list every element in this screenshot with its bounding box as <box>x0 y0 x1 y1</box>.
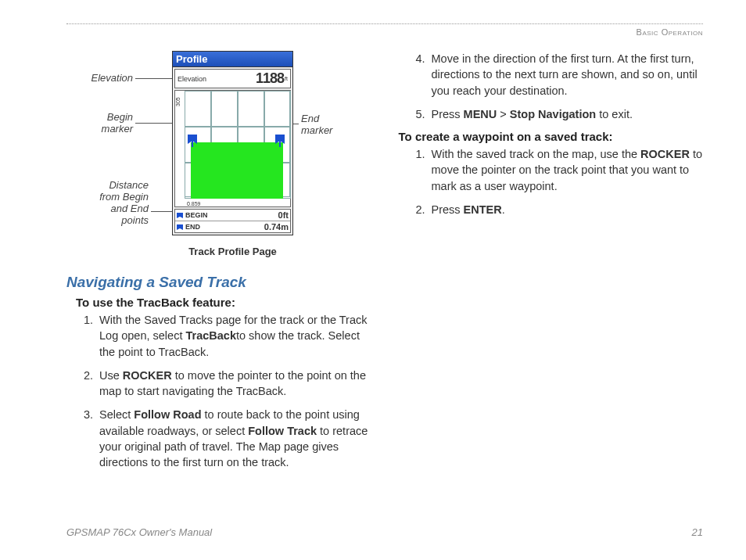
label-end-marker: End marker <box>301 113 356 137</box>
list-item: With the Saved Tracks page for the track… <box>96 312 371 360</box>
flag-icon <box>177 224 183 230</box>
subheading-waypoint: To create a waypoint on a saved track: <box>399 130 704 143</box>
list-item: Move in the direction of the first turn.… <box>429 51 704 99</box>
elev-field-label: Elevation <box>178 75 256 83</box>
section-header: Basic Operation <box>66 27 703 37</box>
label-begin-marker: Begin marker <box>66 112 133 135</box>
begin-row-label: BEGIN <box>185 211 278 219</box>
device-screen: Profile Elevation 1188 ft <box>172 51 293 235</box>
elev-value: 1188 <box>256 70 284 87</box>
subheading-tracback: To use the TracBack feature: <box>76 296 371 309</box>
list-item: Use ROCKER to move the pointer to the po… <box>96 368 371 400</box>
device-title: Profile <box>173 52 292 67</box>
list-item: Press ENTER. <box>429 202 704 217</box>
footer-manual-title: GPSMAP 76Cx Owner's Manual <box>66 526 212 538</box>
begin-row-value: 0ft <box>278 210 289 220</box>
label-distance: Distance from Begin and End points <box>66 180 149 227</box>
flag-icon <box>177 213 183 218</box>
figure-caption: Track Profile Page <box>172 246 293 257</box>
waypoint-steps: With the saved track on the map, use the… <box>429 146 704 217</box>
list-item: With the saved track on the map, use the… <box>429 146 704 194</box>
elev-unit: ft <box>285 76 288 81</box>
y-tick: 305 <box>175 97 181 106</box>
tracback-steps-cont: Move in the direction of the first turn.… <box>429 51 704 122</box>
end-flag-icon <box>275 135 285 144</box>
profile-plot: 305 0.859 <box>174 90 291 207</box>
list-item: Press MENU > Stop Navigation to exit. <box>429 106 704 122</box>
end-row-value: 0.74m <box>264 222 289 232</box>
track-profile-figure: Elevation Begin marker End marker Distan… <box>66 51 371 258</box>
heading-navigating: Navigating a Saved Track <box>66 274 371 291</box>
tracback-steps: With the Saved Tracks page for the track… <box>96 312 371 471</box>
end-row-label: END <box>185 223 264 231</box>
list-item: Select Follow Road to route back to the … <box>96 407 371 470</box>
x-tick: 0.859 <box>187 201 201 206</box>
begin-flag-icon <box>188 135 197 144</box>
footer-page-number: 21 <box>692 526 703 538</box>
label-elevation: Elevation <box>66 73 133 84</box>
